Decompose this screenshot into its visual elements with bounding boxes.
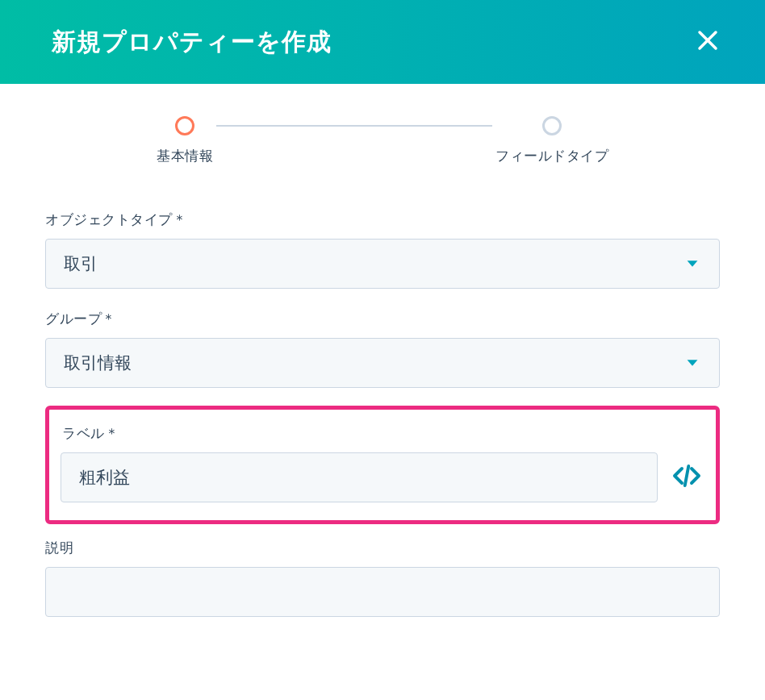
chevron-down-icon [683,255,701,273]
step-circle-active-icon [175,116,194,135]
stepper-line [216,125,492,127]
property-label-label: ラベル＊ [62,424,704,443]
description-label: 説明 [45,539,720,557]
internal-name-button[interactable] [669,458,704,497]
modal-header: 新規プロパティーを作成 [0,0,765,84]
form-area: オブジェクトタイプ＊ 取引 グループ＊ 取引情報 ラベル＊ [0,181,765,617]
code-icon [672,461,701,494]
group-select[interactable]: 取引情報 [45,338,720,388]
chevron-down-icon [683,354,701,372]
step-circle-icon [542,116,562,135]
step-basic-info[interactable]: 基本情報 [157,116,213,165]
group-label: グループ＊ [45,310,720,328]
object-type-label: オブジェクトタイプ＊ [45,210,720,229]
description-input[interactable] [45,567,720,617]
modal-title: 新規プロパティーを作成 [52,26,332,59]
close-button[interactable] [696,28,720,56]
step-label: 基本情報 [157,147,213,165]
object-type-value: 取引 [64,252,98,275]
group-field-group: グループ＊ 取引情報 [45,310,720,388]
close-icon [696,28,720,56]
label-highlight-box: ラベル＊ [45,406,720,524]
stepper: 基本情報 フィールドタイプ [157,116,608,165]
label-row [61,452,704,502]
object-type-group: オブジェクトタイプ＊ 取引 [45,210,720,289]
step-field-type[interactable]: フィールドタイプ [495,116,608,165]
step-label: フィールドタイプ [495,147,608,165]
svg-line-2 [685,466,689,485]
property-label-input[interactable] [61,452,658,502]
group-value: 取引情報 [64,352,132,374]
object-type-select[interactable]: 取引 [45,239,720,289]
description-group: 説明 [45,539,720,617]
